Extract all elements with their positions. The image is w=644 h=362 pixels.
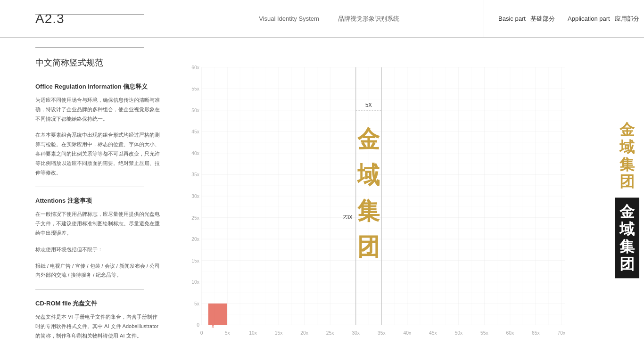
- svg-text:60x: 60x: [506, 329, 514, 335]
- svg-text:15x: 15x: [191, 257, 199, 263]
- svg-text:40x: 40x: [403, 329, 411, 335]
- svg-text:45x: 45x: [191, 129, 199, 134]
- separator: [560, 15, 563, 22]
- grid-svg: 0 5x 10x 15x 20x 25x 30x 35x 40x 45x 50x…: [184, 42, 583, 348]
- logo-light-char2: 域: [619, 139, 635, 156]
- svg-text:23X: 23X: [343, 214, 353, 220]
- svg-text:5x: 5x: [194, 301, 200, 306]
- svg-text:25x: 25x: [326, 329, 334, 335]
- svg-text:50x: 50x: [454, 329, 462, 335]
- svg-text:25x: 25x: [191, 214, 199, 220]
- right-panel: 0 5x 10x 15x 20x 25x 30x 35x 40x 45x 50x…: [174, 38, 644, 362]
- divider2: [35, 187, 144, 187]
- svg-text:20x: 20x: [300, 329, 308, 335]
- section2-body2: 标志使用环境包括但不限于：: [35, 245, 160, 255]
- svg-text:20x: 20x: [191, 236, 199, 242]
- svg-text:0: 0: [200, 329, 203, 335]
- header-title-en: Visual Identity System: [259, 15, 319, 22]
- svg-text:集: 集: [357, 197, 380, 224]
- header-left: A2.3: [0, 11, 174, 26]
- logo-dark-char2: 域: [619, 221, 635, 238]
- section2-body3: 报纸 / 电视广告 / 宣传 / 包装 / 会议 / 新闻发布会 / 公司内外部…: [35, 262, 160, 280]
- top-divider: [35, 47, 144, 48]
- svg-text:0: 0: [197, 322, 199, 328]
- basic-part-en: Basic part: [498, 15, 526, 22]
- section3-body: 光盘文件是本 VI 手册电子文件的集合，内含手册制作时的专用软件格式文件。其中 …: [35, 313, 160, 340]
- header-right: Basic part 基础部分 Application part 应用部分: [484, 0, 644, 37]
- svg-text:5x: 5x: [225, 329, 231, 335]
- svg-text:55x: 55x: [191, 86, 199, 91]
- svg-text:30x: 30x: [352, 329, 360, 335]
- section1-heading: Office Regulation Information 信息释义: [35, 82, 160, 91]
- svg-text:35x: 35x: [378, 329, 386, 335]
- svg-text:15x: 15x: [275, 329, 283, 335]
- section3-heading: CD-ROM file 光盘文件: [35, 299, 160, 308]
- svg-text:50x: 50x: [191, 107, 199, 113]
- logo-light: 金 域 集 团: [619, 121, 635, 190]
- right-logos: 金 域 集 团 金 域 集 团: [615, 121, 639, 278]
- svg-text:10x: 10x: [249, 329, 257, 335]
- header-center: Visual Identity System 品牌视觉形象识别系统: [174, 15, 484, 23]
- section1-body1: 为适应不同使用场合与环境，确保信息传达的清晰与准确，特设计了企业品牌的多种组合，…: [35, 96, 160, 123]
- header-title-cn: 品牌视觉形象识别系统: [338, 15, 399, 23]
- app-part-cn: 应用部分: [615, 15, 639, 23]
- svg-text:35x: 35x: [191, 172, 199, 177]
- logo-light-char4: 团: [619, 173, 635, 191]
- header: A2.3 Visual Identity System 品牌视觉形象识别系统 B…: [0, 0, 644, 38]
- main: 中文简称竖式规范 Office Regulation Information 信…: [0, 38, 644, 362]
- page-code: A2.3: [35, 11, 174, 26]
- section1-body2: 在基本要素组合系统中出现的组合形式均经过严格的测算与检验。在实际应用中，标志的位…: [35, 131, 160, 177]
- logo-light-char1: 金: [619, 121, 635, 139]
- section2-heading: Attentions 注意事项: [35, 197, 160, 205]
- app-part-en: Application part: [568, 15, 610, 22]
- divider3: [35, 289, 144, 290]
- svg-text:45x: 45x: [429, 329, 437, 335]
- svg-text:40x: 40x: [191, 150, 199, 156]
- svg-text:域: 域: [357, 162, 380, 189]
- svg-text:5X: 5X: [365, 101, 372, 107]
- logo-dark: 金 域 集 团: [615, 198, 639, 279]
- header-top-divider: [35, 14, 144, 15]
- logo-dark-char4: 团: [619, 255, 635, 273]
- logo-dark-char3: 集: [619, 238, 635, 255]
- svg-text:60x: 60x: [191, 64, 199, 70]
- logo-dark-char1: 金: [619, 204, 635, 221]
- basic-part-cn: 基础部分: [530, 15, 555, 23]
- left-panel: 中文简称竖式规范 Office Regulation Information 信…: [0, 38, 174, 362]
- svg-text:x: x: [212, 323, 214, 329]
- svg-text:10x: 10x: [191, 279, 199, 285]
- svg-rect-88: [208, 304, 227, 325]
- svg-text:30x: 30x: [191, 193, 199, 199]
- svg-text:金: 金: [357, 126, 380, 153]
- svg-text:70x: 70x: [558, 329, 566, 335]
- main-title: 中文简称竖式规范: [35, 57, 160, 68]
- logo-light-char3: 集: [619, 156, 635, 173]
- section2-body1: 在一般情况下使用品牌标志，应尽量使用提供的光盘电子文件，不建议使用标准制图绘制标…: [35, 210, 160, 238]
- svg-text:65x: 65x: [532, 329, 540, 335]
- svg-text:团: 团: [357, 233, 380, 260]
- svg-text:55x: 55x: [480, 329, 488, 335]
